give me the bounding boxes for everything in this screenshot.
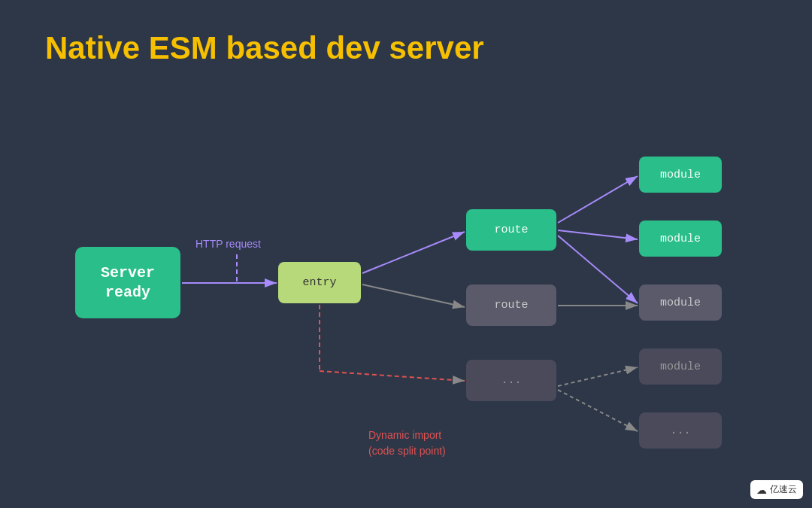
svg-line-14 [558, 390, 638, 431]
slide: Native ESM based dev server Server ready… [0, 0, 812, 508]
svg-line-9 [558, 176, 638, 223]
node-module-3: module [639, 284, 722, 321]
svg-line-5 [362, 232, 465, 273]
label-http-request: HTTP request [195, 238, 261, 250]
node-route-2: route [466, 284, 556, 326]
svg-line-10 [558, 230, 638, 239]
svg-line-13 [558, 367, 638, 386]
svg-line-6 [362, 284, 465, 307]
node-dots-1: ... [466, 360, 556, 401]
slide-title: Native ESM based dev server [45, 30, 767, 66]
watermark-text: 亿速云 [770, 483, 797, 496]
node-route-1: route [466, 209, 556, 251]
node-dots-2: ... [639, 412, 722, 449]
node-server-ready: Server ready [75, 247, 180, 318]
node-module-4: module [639, 348, 722, 385]
svg-line-11 [558, 236, 638, 303]
watermark: ☁ 亿速云 [750, 480, 803, 499]
node-module-1: module [639, 157, 722, 193]
svg-line-8 [320, 371, 465, 381]
diagram: Server ready entry route route ... modul… [45, 96, 767, 458]
label-dynamic-import: Dynamic import (code split point) [368, 427, 446, 459]
node-entry: entry [278, 262, 361, 303]
node-module-2: module [639, 221, 722, 257]
watermark-icon: ☁ [756, 484, 767, 496]
